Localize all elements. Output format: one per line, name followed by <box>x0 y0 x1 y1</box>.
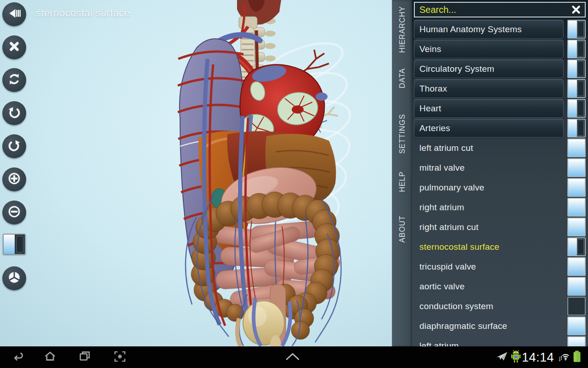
visibility-checkbox[interactable] <box>567 316 586 335</box>
refresh-button[interactable] <box>2 68 26 92</box>
layer-visibility-toggle[interactable] <box>3 234 26 255</box>
notification-plane-icon <box>495 350 509 365</box>
visibility-checkbox[interactable] <box>567 119 586 138</box>
list-item[interactable]: pulmonary valve <box>414 178 586 197</box>
visibility-checkbox[interactable] <box>567 79 586 98</box>
search-box <box>414 2 586 17</box>
list-item[interactable]: tricuspid valve <box>414 257 586 276</box>
nav-recents-button[interactable] <box>78 350 92 365</box>
model-viewport[interactable]: sternocostal surface <box>0 0 392 346</box>
list-item[interactable]: Arteries <box>414 119 586 138</box>
search-input[interactable] <box>418 4 570 16</box>
group-button[interactable]: Thorax <box>414 79 564 98</box>
list-item[interactable]: Thorax <box>414 79 586 98</box>
android-icon <box>510 350 522 365</box>
group-button[interactable]: Human Anatomy Systems <box>414 20 564 39</box>
group-button[interactable]: Arteries <box>414 119 564 138</box>
list-item[interactable]: left atrium cut <box>414 138 586 157</box>
leaf-button[interactable]: sternocostal surface <box>414 242 564 252</box>
list-item[interactable]: Circulatory System <box>414 59 586 78</box>
zoom-in-button[interactable] <box>2 167 26 191</box>
visibility-checkbox[interactable] <box>567 198 586 217</box>
visibility-checkbox[interactable] <box>567 237 586 256</box>
sphere-icon <box>7 270 21 286</box>
tab-hierarchy[interactable]: HIERARCHY <box>398 6 407 52</box>
item-label: Circulatory System <box>419 64 494 74</box>
anatomy-3d-model[interactable] <box>0 0 392 346</box>
group-button[interactable]: Veins <box>414 40 564 58</box>
visibility-checkbox[interactable] <box>567 336 586 346</box>
plane-icon <box>495 350 509 365</box>
tab-help[interactable]: HELP <box>398 172 407 192</box>
leaf-button[interactable]: left atrium <box>414 341 564 347</box>
tab-data[interactable]: DATA <box>398 68 407 88</box>
item-label: Human Anatomy Systems <box>419 24 522 34</box>
visibility-checkbox[interactable] <box>567 158 586 177</box>
rotate-left-button[interactable] <box>2 101 26 125</box>
tray-expand-button[interactable] <box>285 352 300 363</box>
toggle-off-half <box>16 236 23 253</box>
battery-icon <box>571 350 582 365</box>
item-label: Thorax <box>419 84 447 94</box>
leaf-button[interactable]: aortic valve <box>414 282 564 292</box>
visibility-checkbox[interactable] <box>567 218 586 236</box>
nav-back-button[interactable] <box>12 350 26 365</box>
zoom-out-button[interactable] <box>2 201 26 224</box>
visibility-checkbox[interactable] <box>567 40 586 58</box>
list-item[interactable]: left atrium <box>414 336 586 346</box>
battery-icon <box>571 350 582 365</box>
leaf-button[interactable]: conduction system <box>414 301 564 311</box>
list-item[interactable]: sternocostal surface <box>414 237 586 256</box>
group-button[interactable]: Heart <box>414 99 564 118</box>
visibility-checkbox[interactable] <box>567 178 586 197</box>
sphere-view-button[interactable] <box>2 266 26 290</box>
refresh-icon <box>7 72 21 88</box>
list-item[interactable]: Heart <box>414 99 586 118</box>
bladder <box>243 301 284 346</box>
close-model-button[interactable] <box>2 35 26 59</box>
leaf-button[interactable]: right atrium <box>414 202 564 213</box>
nav-home-button[interactable] <box>43 350 57 365</box>
group-button[interactable]: Circulatory System <box>414 59 564 78</box>
rotate-right-button[interactable] <box>2 134 26 158</box>
list-item[interactable]: right atrium <box>414 198 586 217</box>
list-item[interactable]: aortic valve <box>414 277 586 296</box>
visibility-checkbox[interactable] <box>567 59 586 78</box>
wifi-icon <box>558 350 571 365</box>
nav-screenshot-icon <box>113 350 127 365</box>
back-button[interactable] <box>2 2 26 26</box>
item-label: conduction system <box>419 301 493 311</box>
zoom-in-icon <box>7 172 21 187</box>
visibility-checkbox[interactable] <box>567 277 586 296</box>
clock: 14:14 <box>522 350 554 364</box>
leaf-button[interactable]: diaphragmatic surface <box>414 321 564 331</box>
tab-settings[interactable]: SETTINGS <box>398 114 407 154</box>
leaf-button[interactable]: pulmonary valve <box>414 183 564 193</box>
nav-back-icon <box>12 350 26 365</box>
list-item[interactable]: Veins <box>414 40 586 58</box>
nav-screenshot-button[interactable] <box>113 350 127 365</box>
visibility-checkbox[interactable] <box>567 257 586 276</box>
list-item[interactable]: conduction system <box>414 297 586 316</box>
tab-about[interactable]: ABOUT <box>398 215 407 242</box>
visibility-checkbox[interactable] <box>567 20 586 39</box>
close-panel-icon[interactable] <box>570 4 582 16</box>
item-label: right atrium cut <box>419 222 479 232</box>
list-item[interactable]: mitral valve <box>414 158 586 177</box>
leaf-button[interactable]: mitral valve <box>414 163 564 173</box>
list-item[interactable]: right atrium cut <box>414 218 586 236</box>
visibility-checkbox[interactable] <box>567 297 586 316</box>
visibility-checkbox[interactable] <box>567 99 586 118</box>
leaf-button[interactable]: right atrium cut <box>414 222 564 232</box>
item-label: right atrium <box>419 202 464 212</box>
leaf-button[interactable]: left atrium cut <box>414 143 564 153</box>
item-label: aortic valve <box>419 282 465 291</box>
list-item[interactable]: diaphragmatic surface <box>414 316 586 335</box>
leaf-button[interactable]: tricuspid valve <box>414 262 564 272</box>
list-item[interactable]: Human Anatomy Systems <box>414 20 586 39</box>
item-label: Veins <box>419 44 441 54</box>
item-label: left atrium <box>419 341 459 347</box>
visibility-checkbox[interactable] <box>567 138 586 157</box>
item-label: diaphragmatic surface <box>419 321 507 331</box>
hierarchy-panel: Human Anatomy Systems Veins Circulatory … <box>412 0 588 346</box>
